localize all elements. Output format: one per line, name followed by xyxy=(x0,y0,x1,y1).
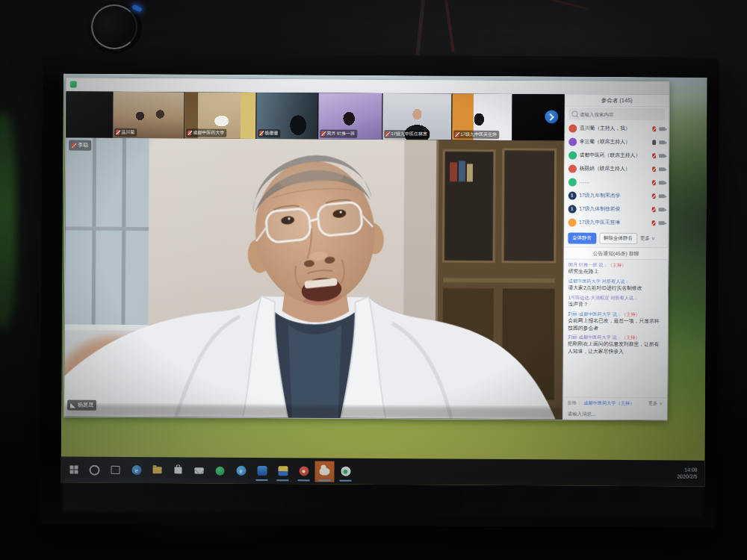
chat-message: 成都中医药大学 对所有人说： 请大家2点前对ID进行实名制修改 xyxy=(568,278,664,292)
chevron-right-icon xyxy=(547,113,554,120)
muted-mic-icon xyxy=(116,130,120,135)
muted-mic-icon[interactable] xyxy=(652,153,656,158)
meeting-window: 温川菊 成都中医药大学 杨珊珊 xyxy=(63,77,670,420)
participant-row[interactable]: 李兰菊（联席主持人） xyxy=(565,135,669,149)
ie-icon: e xyxy=(236,466,246,476)
chat-message: 闵月 针推一班 说：（主持） 研究生在路上 xyxy=(568,262,664,276)
muted-mic-icon xyxy=(72,143,75,148)
camera-icon[interactable] xyxy=(659,127,665,131)
camera-icon[interactable] xyxy=(659,167,665,171)
bezel-reflection xyxy=(62,477,703,515)
chat-messages[interactable]: 闵月 针推一班 说：（主持） 研究生在路上 成都中医药大学 对所有人说： 请大家… xyxy=(563,260,669,398)
filmstrip-next-button[interactable] xyxy=(545,110,558,123)
avatar xyxy=(568,164,576,172)
task-view-icon xyxy=(111,466,120,474)
mute-all-button[interactable]: 全体静音 xyxy=(568,232,596,243)
camera-icon[interactable] xyxy=(659,154,665,158)
avatar xyxy=(568,178,576,186)
chat-message: 刘丽·成都中医药大学 说：（主持） 把刚刚在上面问的信息发到群里，让所有人知道，… xyxy=(568,335,663,355)
video-thumbnail[interactable]: 成都中医药大学 xyxy=(185,92,256,139)
video-thumbnail[interactable]: 17级九中医吴亚婷 xyxy=(452,94,512,140)
corner-name-label[interactable]: 杨昆晟 xyxy=(67,399,96,410)
video-filmstrip: 温川菊 成都中医药大学 杨珊珊 xyxy=(66,91,564,140)
docs-app-icon xyxy=(278,466,288,476)
muted-mic-icon xyxy=(187,130,191,135)
screen: 温川菊 成都中医药大学 杨珊珊 xyxy=(61,73,707,486)
muted-mic-icon[interactable] xyxy=(652,207,656,212)
thumbnail-name: 闵月 针推一班 xyxy=(326,131,355,137)
mic-icon[interactable] xyxy=(652,140,656,145)
participant-list: 温川菊（主持人，我） 李兰菊（联席主持人） xyxy=(564,122,669,230)
muted-mic-icon[interactable] xyxy=(652,126,656,131)
muted-mic-icon[interactable] xyxy=(652,220,656,225)
avatar: 1 xyxy=(568,205,576,213)
muted-mic-icon xyxy=(455,132,459,137)
video-thumbnail[interactable] xyxy=(66,91,113,137)
avatar: 1 xyxy=(568,191,576,199)
avatar xyxy=(568,124,577,132)
monitor: 温川菊 成都中医药大学 杨珊珊 xyxy=(40,53,719,528)
send-more-button[interactable]: 更多 ∨ xyxy=(648,400,663,407)
plant xyxy=(0,112,16,329)
chat-input[interactable] xyxy=(567,411,663,417)
windows-icon xyxy=(69,465,78,473)
camera-icon[interactable] xyxy=(659,140,665,144)
muted-mic-icon[interactable] xyxy=(652,167,656,172)
folder-icon xyxy=(152,467,161,473)
video-thumbnail[interactable]: 17级九中医任林宣 xyxy=(382,93,452,140)
participant-row[interactable]: 杨丽娟（联席主持人） xyxy=(564,162,669,176)
muted-mic-icon[interactable] xyxy=(652,193,656,199)
video-thumbnail[interactable]: 闵月 针推一班 xyxy=(318,93,382,140)
muted-mic-icon xyxy=(385,131,389,137)
mail-envelope-icon xyxy=(194,467,203,473)
send-to-label: 发给： xyxy=(568,399,582,406)
muted-mic-icon xyxy=(259,131,263,136)
muted-mic-icon[interactable] xyxy=(652,180,656,185)
clock-date: 2020/2/5 xyxy=(677,473,697,480)
app-icon xyxy=(70,81,77,87)
unmute-all-button[interactable]: 解除全体静音 xyxy=(599,232,637,243)
blue-app-icon xyxy=(257,466,267,476)
send-to-row: 发给： 成都中医药大学（主持） 更多 ∨ xyxy=(563,397,668,409)
more-button[interactable]: 更多 ∨ xyxy=(640,235,655,242)
camera-icon[interactable] xyxy=(659,208,665,211)
thumbnail-name: 17级九中医任林宣 xyxy=(391,131,427,137)
store-bag-icon xyxy=(174,467,182,473)
thumbnail-name: 成都中医药大学 xyxy=(193,129,224,136)
participant-row[interactable]: 17级九中医王慧琳 xyxy=(564,216,669,230)
camera-icon[interactable] xyxy=(659,194,665,198)
cloud-icon xyxy=(319,467,329,475)
chat-message: 1号陈远达·天清航宣 对所有人说： 没声音？ xyxy=(568,294,663,308)
participant-row[interactable]: 1 17级九年制宋杰学 xyxy=(564,189,669,203)
webcam xyxy=(78,0,152,55)
red-circle-icon xyxy=(299,466,309,476)
video-thumbnail[interactable]: 杨珊珊 xyxy=(256,93,318,140)
browser-icon xyxy=(341,467,350,476)
avatar xyxy=(568,218,576,226)
chat-input-row xyxy=(562,408,667,420)
participant-actions: 全体静音 解除全体静音 更多 ∨ xyxy=(564,229,669,248)
search-input[interactable] xyxy=(580,111,663,117)
avatar xyxy=(568,137,577,146)
collapse-triangle-icon xyxy=(70,402,75,408)
participant-row[interactable]: 1 17级九体制徐若俊 xyxy=(564,202,669,217)
video-thumbnail[interactable]: 温川菊 xyxy=(113,92,185,139)
muted-mic-icon xyxy=(321,131,325,137)
participant-row[interactable]: 温川菊（主持人，我） xyxy=(565,122,669,136)
camera-icon[interactable] xyxy=(659,181,665,184)
green-circle-icon xyxy=(215,466,224,475)
main-speaker-video[interactable]: 李聪 杨昆晟 xyxy=(64,137,564,419)
system-tray-clock[interactable]: 14:08 2020/2/5 xyxy=(677,467,701,480)
participant-search-box[interactable] xyxy=(568,108,666,121)
send-to-recipient[interactable]: 成都中医药大学（主持） xyxy=(583,399,634,406)
participant-row[interactable]: 成都中医药（联席主持人） xyxy=(565,149,669,163)
cable xyxy=(524,0,589,10)
avatar xyxy=(568,151,577,159)
room-photo: 温川菊 成都中医药大学 杨珊珊 xyxy=(0,0,747,560)
search-icon xyxy=(571,111,577,117)
thumbnail-name: 杨珊珊 xyxy=(264,130,278,137)
participant-row[interactable]: ······ xyxy=(564,175,669,190)
search-ring-icon xyxy=(89,464,99,475)
clock-time: 14:08 xyxy=(677,467,697,473)
camera-icon[interactable] xyxy=(659,221,665,225)
